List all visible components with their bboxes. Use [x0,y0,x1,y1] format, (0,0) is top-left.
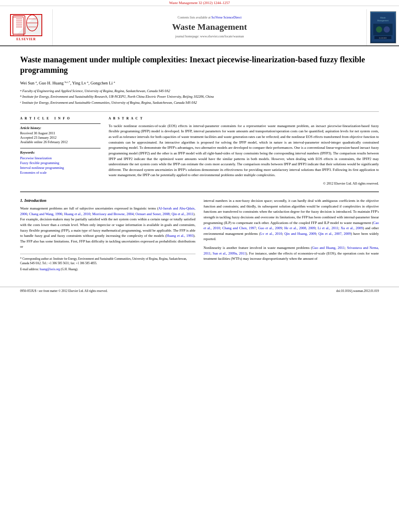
ref-qin2009: Qin and Huang, 2009 [284,232,316,236]
ref-xu2009: Xu et al., 2009 [341,226,363,230]
page-footer: 0956-053X/$ - see front matter © 2012 El… [0,287,399,293]
history-available: Available online 26 February 2012 [20,140,101,144]
body-paragraph-1: Waste management problems are full of su… [20,206,195,250]
history-label: Article history: [20,126,101,130]
body-left-column: 1. Introduction Waste management problem… [20,198,195,273]
footnote-section: * Corresponding author at: Institute for… [20,254,195,271]
author-2: Guo H. Huang b,c,* [39,81,70,85]
article-title: Waste management under multiple complexi… [20,54,379,75]
ref-sun2009: Sun et al., 2009a, 2011 [213,251,246,255]
svg-text:ELSEVIER: ELSEVIER [379,37,387,39]
affiliation-1: a Faculty of Engineering and Applied Sci… [20,88,379,94]
sciverse-link[interactable]: SciVerse ScienceDirect [212,16,242,19]
affiliation-2: b Institute for Energy, Environment and … [20,94,379,99]
ref-oenuet: Oenuet and Soner, 2008 [136,212,170,216]
footnote-email: E-mail address: huang@iseis.org (G.H. Hu… [20,267,195,271]
article-info-column: A R T I C L E I N F O Article history: R… [20,117,101,185]
author-4: Gongchen Li a [90,81,115,85]
keyword-3: Interval nonlinear programming [20,166,101,170]
section-1-title: 1. Introduction [20,198,195,203]
journal-title-area: Contents lists available at SciVerse Sci… [52,9,367,45]
ref-li2011: Li et al., 2011 [318,226,339,230]
keywords-label: Keywords: [20,150,101,154]
article-info-abstract-section: A R T I C L E I N F O Article history: R… [20,111,379,185]
footer-doi: doi:10.1016/j.wasman.2012.01.019 [336,289,379,293]
ref-lv2010: Lv et al., 2010 [260,232,282,236]
body-right-column: interval numbers in a non-fuzzy decision… [204,198,379,273]
body-paragraph-2: interval numbers in a non-fuzzy decision… [204,198,379,242]
copyright-line: © 2012 Elsevier Ltd. All rights reserved… [109,181,379,185]
sciverse-info: Contents lists available at SciVerse Sci… [178,16,242,19]
ref-huang1993: Huang et al., 1993 [167,234,193,238]
author-affiliations: a Faculty of Engineering and Applied Sci… [20,88,379,105]
affiliation-3: c Institute for Energy, Environment and … [20,100,379,105]
ref-qin2007: Qin et al., 2007, 2009 [319,232,351,236]
ref-morrissey: Morrissey and Browne, 2004 [92,212,134,216]
history-accepted: Accepted 23 January 2012 [20,136,101,140]
body-paragraph-3: Nonlinearity is another feature involved… [204,245,379,262]
journal-homepage: journal homepage: www.elsevier.com/locat… [175,35,244,38]
body-section: 1. Introduction Waste management problem… [20,191,379,273]
keywords-section: Keywords: Piecewise linearization Fuzzy … [20,148,101,175]
journal-top-bar: Waste Management 32 (2012) 1244–1257 [0,0,399,6]
author-3: Ying Lv a [72,81,88,85]
journal-cover-area: Waste Management ELSEVIER [367,9,399,45]
keyword-2: Fuzzy flexible programming [20,161,101,165]
svg-text:Management: Management [377,20,389,22]
footnote-1: * Corresponding author at: Institute for… [20,257,195,266]
svg-rect-0 [13,16,25,34]
svg-point-14 [376,27,382,33]
ref-guo2009: Guo et al., 2009 [258,226,282,230]
abstract-header: A B S T R A C T [109,117,379,120]
ref-chang1997: Chang and Chen, 1997 [222,226,256,230]
footer-issn: 0956-053X/$ - see front matter © 2012 El… [20,289,108,293]
article-container: Waste management under multiple complexi… [0,46,399,281]
elsevier-logo: ELSEVIER [10,14,42,41]
journal-logo-area: ELSEVIER [0,9,52,45]
article-authors: Wei Sun a, Guo H. Huang b,c,*, Ying Lv a… [20,80,379,85]
ref-qin2011: Qin et al., 2011 [171,212,193,216]
ref-guo2011: Guo and Huang, 2011 [312,246,345,250]
elsevier-text: ELSEVIER [16,37,36,41]
keyword-1: Piecewise linearization [20,156,101,160]
author-1: Wei Sun a [20,81,37,85]
abstract-column: A B S T R A C T To tackle nonlinear econ… [109,117,379,185]
svg-text:Waste: Waste [380,17,386,19]
svg-point-15 [384,27,390,33]
keyword-4: Economies of scale [20,170,101,175]
abstract-text: To tackle nonlinear economies-of-scale (… [109,123,379,178]
ref-he2008: He et al., 2008, 2009 [284,226,315,230]
ref-huang2010: Huang et al., 2010 [64,212,90,216]
journal-citation: Waste Management 32 (2012) 1244–1257 [169,1,230,5]
journal-cover: Waste Management ELSEVIER [370,11,396,43]
elsevier-logo-box [10,14,42,36]
article-info-header: A R T I C L E I N F O [20,117,101,120]
history-received: Received 30 August 2011 [20,131,101,135]
journal-header: ELSEVIER Contents lists available at Sci… [0,6,399,46]
ref-chang1996: Chang and Wang, 1996 [29,212,62,216]
article-history: Article history: Received 30 August 2011… [20,123,101,144]
journal-name: Waste Management [172,22,247,32]
